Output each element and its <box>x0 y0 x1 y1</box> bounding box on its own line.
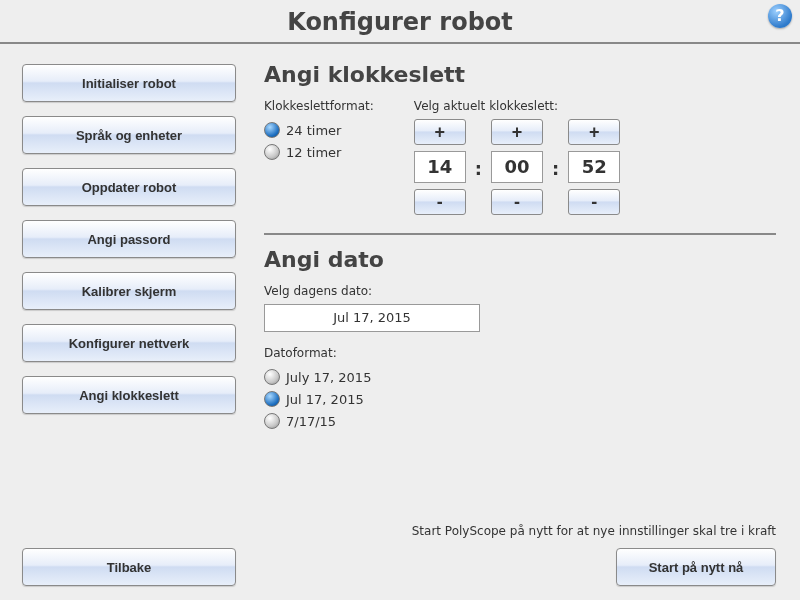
radio-12h[interactable]: 12 timer <box>264 144 374 160</box>
second-minus-button[interactable]: - <box>568 189 620 215</box>
main: Angi klokkeslett Klokkeslettformat: 24 t… <box>250 44 800 600</box>
sidebar-item-language[interactable]: Språk og enheter <box>22 116 236 154</box>
hour-value[interactable]: 14 <box>414 151 466 183</box>
second-plus-button[interactable]: + <box>568 119 620 145</box>
second-value[interactable]: 52 <box>568 151 620 183</box>
minute-plus-button[interactable]: + <box>491 119 543 145</box>
radio-icon <box>264 413 280 429</box>
minute-minus-button[interactable]: - <box>491 189 543 215</box>
time-picker-group: Velg aktuelt klokkeslett: + 14 - : + 00 … <box>414 99 620 215</box>
help-icon[interactable]: ? <box>768 4 792 28</box>
divider <box>264 233 776 235</box>
date-input[interactable]: Jul 17, 2015 <box>264 304 480 332</box>
hour-col: + 14 - <box>414 119 466 215</box>
time-pick-label: Velg aktuelt klokkeslett: <box>414 99 620 113</box>
minute-col: + 00 - <box>491 119 543 215</box>
restart-note: Start PolyScope på nytt for at nye innst… <box>264 524 776 538</box>
second-col: + 52 - <box>568 119 620 215</box>
time-picker: + 14 - : + 00 - : + 52 - <box>414 119 620 215</box>
radio-icon <box>264 122 280 138</box>
time-format-group: Klokkeslettformat: 24 timer 12 timer <box>264 99 374 215</box>
colon: : <box>551 158 560 179</box>
sidebar-item-update[interactable]: Oppdater robot <box>22 168 236 206</box>
radio-icon <box>264 369 280 385</box>
radio-date-long-label: July 17, 2015 <box>286 370 371 385</box>
sidebar: Initialiser robot Språk og enheter Oppda… <box>0 44 250 600</box>
sidebar-item-initialize[interactable]: Initialiser robot <box>22 64 236 102</box>
hour-plus-button[interactable]: + <box>414 119 466 145</box>
layout: Initialiser robot Språk og enheter Oppda… <box>0 44 800 600</box>
radio-date-short[interactable]: 7/17/15 <box>264 413 776 429</box>
sidebar-item-network[interactable]: Konfigurer nettverk <box>22 324 236 362</box>
colon: : <box>474 158 483 179</box>
minute-value[interactable]: 00 <box>491 151 543 183</box>
radio-date-med[interactable]: Jul 17, 2015 <box>264 391 776 407</box>
date-pick-label: Velg dagens dato: <box>264 284 776 298</box>
sidebar-item-calibrate[interactable]: Kalibrer skjerm <box>22 272 236 310</box>
radio-date-short-label: 7/17/15 <box>286 414 336 429</box>
radio-12h-label: 12 timer <box>286 145 341 160</box>
sidebar-spacer <box>22 428 236 534</box>
hour-minus-button[interactable]: - <box>414 189 466 215</box>
sidebar-item-time[interactable]: Angi klokkeslett <box>22 376 236 414</box>
restart-button[interactable]: Start på nytt nå <box>616 548 776 586</box>
radio-24h-label: 24 timer <box>286 123 341 138</box>
radio-icon <box>264 144 280 160</box>
date-format-label: Datoformat: <box>264 346 776 360</box>
radio-date-med-label: Jul 17, 2015 <box>286 392 364 407</box>
sidebar-item-password[interactable]: Angi passord <box>22 220 236 258</box>
back-button[interactable]: Tilbake <box>22 548 236 586</box>
time-format-label: Klokkeslettformat: <box>264 99 374 113</box>
radio-24h[interactable]: 24 timer <box>264 122 374 138</box>
time-row: Klokkeslettformat: 24 timer 12 timer Vel… <box>264 99 776 215</box>
header: Konfigurer robot ? <box>0 0 800 44</box>
date-section-title: Angi dato <box>264 247 776 272</box>
radio-icon <box>264 391 280 407</box>
restart-row: Start på nytt nå <box>264 548 776 586</box>
time-section-title: Angi klokkeslett <box>264 62 776 87</box>
radio-date-long[interactable]: July 17, 2015 <box>264 369 776 385</box>
page-title: Konfigurer robot <box>0 0 800 44</box>
